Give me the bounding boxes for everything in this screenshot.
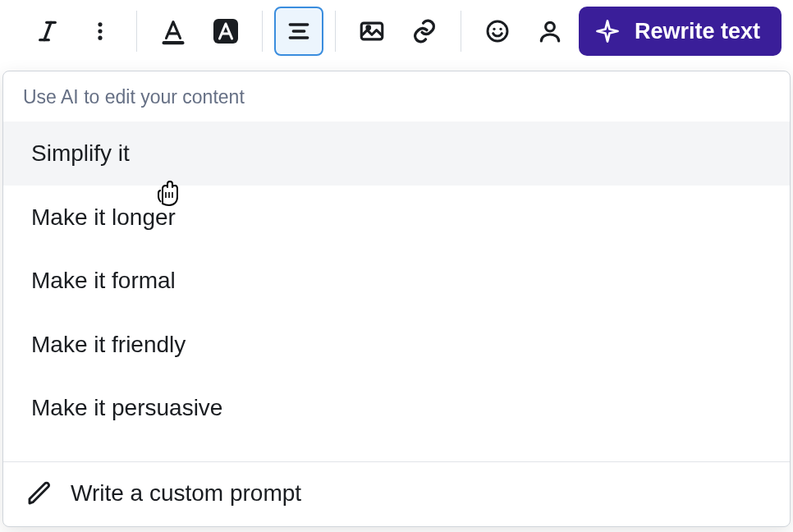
- write-custom-prompt-button[interactable]: Write a custom prompt: [3, 462, 790, 526]
- text-color-button[interactable]: [149, 7, 198, 56]
- svg-point-15: [493, 28, 495, 30]
- option-make-persuasive[interactable]: Make it persuasive: [3, 376, 790, 440]
- svg-point-3: [98, 22, 102, 26]
- align-center-button[interactable]: [274, 7, 323, 56]
- option-make-longer[interactable]: Make it longer: [3, 186, 790, 250]
- toolbar-separator: [136, 11, 137, 52]
- svg-point-14: [488, 21, 507, 41]
- user-icon: [537, 18, 563, 44]
- mention-user-button[interactable]: [525, 7, 575, 56]
- insert-image-button[interactable]: [347, 7, 396, 56]
- rewrite-text-button[interactable]: Rewrite text: [579, 7, 782, 56]
- link-icon: [410, 17, 438, 45]
- emoji-icon: [484, 18, 511, 44]
- svg-point-4: [98, 29, 102, 33]
- more-options-button[interactable]: [76, 7, 125, 56]
- image-icon: [358, 17, 386, 45]
- ai-rewrite-dropdown: Use AI to edit your content Simplify it …: [2, 71, 791, 527]
- highlight-icon: [211, 16, 241, 46]
- sparkle-icon: [595, 19, 620, 44]
- custom-prompt-label: Write a custom prompt: [71, 480, 301, 507]
- pencil-icon: [26, 480, 53, 507]
- toolbar-separator: [262, 11, 263, 52]
- formatting-toolbar: Rewrite text: [0, 0, 793, 62]
- toolbar-separator: [335, 11, 336, 52]
- italic-icon: [34, 18, 61, 44]
- option-make-friendly[interactable]: Make it friendly: [3, 313, 790, 377]
- svg-point-13: [367, 26, 370, 30]
- rewrite-text-label: Rewrite text: [635, 19, 760, 44]
- insert-emoji-button[interactable]: [473, 7, 522, 56]
- text-color-icon: [159, 17, 187, 45]
- align-center-icon: [286, 18, 312, 44]
- option-simplify[interactable]: Simplify it: [3, 122, 790, 186]
- toolbar-separator: [461, 11, 461, 52]
- highlight-color-button[interactable]: [201, 7, 250, 56]
- option-make-formal[interactable]: Make it formal: [3, 249, 790, 313]
- italic-button[interactable]: [23, 7, 72, 56]
- svg-point-16: [499, 28, 502, 30]
- svg-point-17: [546, 22, 555, 31]
- dropdown-header: Use AI to edit your content: [3, 71, 790, 122]
- svg-point-5: [98, 36, 102, 40]
- more-vertical-icon: [89, 18, 112, 44]
- insert-link-button[interactable]: [400, 7, 449, 56]
- svg-line-2: [44, 22, 51, 39]
